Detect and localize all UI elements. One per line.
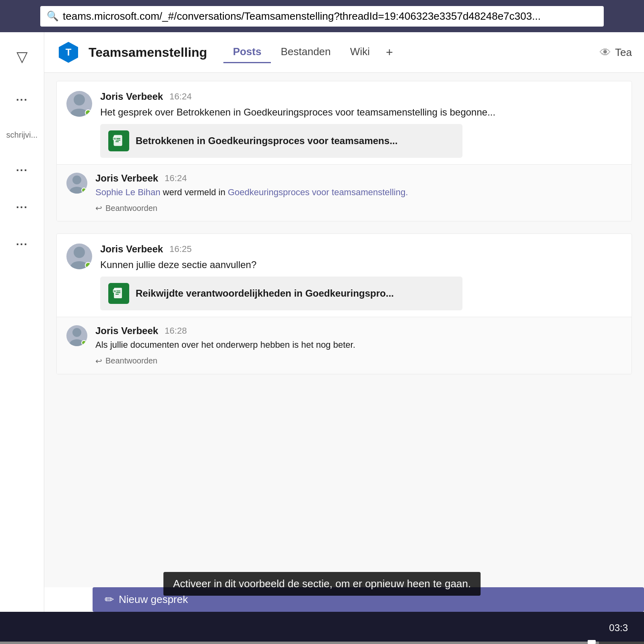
thread-2-main-message: Joris Verbeek 16:25 Kunnen jullie deze s…	[57, 234, 632, 317]
eye-label: Tea	[615, 46, 632, 59]
status-dot-1	[85, 109, 91, 116]
url-text: teams.microsoft.com/_#/conversations/Tea…	[63, 10, 541, 23]
svg-point-13	[74, 247, 85, 258]
header-right: 👁 Tea	[600, 46, 632, 59]
svg-text:W: W	[114, 137, 116, 140]
main-content: T Teamsamenstelling Posts Bestanden Wiki…	[44, 32, 644, 612]
svg-point-11	[72, 175, 81, 184]
thread-1-reply-time: 16:24	[165, 173, 187, 184]
video-progress-bar[interactable]	[0, 642, 644, 644]
sidebar-schrijvi-text: schrijvi...	[6, 130, 38, 140]
thread-2-time: 16:25	[169, 244, 192, 254]
thread-2: Joris Verbeek 16:25 Kunnen jullie deze s…	[56, 233, 632, 374]
svg-point-2	[74, 94, 85, 105]
tab-wiki[interactable]: Wiki	[341, 41, 380, 63]
thread-1-author: Joris Verbeek	[100, 91, 163, 102]
thread-1-attachment-title: Betrokkenen in Goedkeuringsproces voor t…	[136, 135, 398, 147]
thread-1-reply: Joris Verbeek 16:24 Sophie Le Bihan werd…	[57, 165, 632, 221]
browser-url-bar[interactable]: 🔍 teams.microsoft.com/_#/conversations/T…	[40, 6, 604, 27]
mention-sophie[interactable]: Sophie Le Bihan	[95, 187, 160, 197]
sidebar-item-dots-1[interactable]: ···	[12, 89, 32, 110]
thread-2-reply: Joris Verbeek 16:28 Als jullie documente…	[57, 317, 632, 374]
thread-1-attachment[interactable]: W Betrokkenen in Goedkeuringsproces voor…	[100, 124, 462, 158]
reply-label-2: Beantwoorden	[105, 356, 157, 365]
sidebar-dots-1: ···	[16, 93, 28, 106]
video-timestamp: 03:3	[609, 622, 636, 634]
reply-label-1: Beantwoorden	[105, 204, 157, 213]
filter-icon: ▽	[17, 48, 28, 65]
video-progress-fill	[0, 642, 599, 644]
thread-2-header: Joris Verbeek 16:25	[100, 244, 622, 255]
thread-2-content: Joris Verbeek 16:25 Kunnen jullie deze s…	[100, 244, 622, 310]
wiki-icon-1: W	[112, 134, 125, 147]
sidebar-item-schrijvi[interactable]: schrijvi...	[2, 126, 42, 144]
teams-logo-icon: T	[56, 40, 80, 64]
reply-link-1[interactable]: Goedkeuringsproces voor teamsamenstellin…	[228, 187, 408, 197]
video-bottom-bar[interactable]: 03:3	[0, 612, 644, 644]
reply-action-2[interactable]: ↩ Beantwoorden	[95, 356, 622, 366]
svg-text:W: W	[114, 290, 116, 293]
tab-bestanden[interactable]: Bestanden	[271, 41, 340, 63]
thread-2-reply-content: Joris Verbeek 16:28 Als jullie documente…	[95, 325, 622, 366]
status-dot-2	[85, 262, 91, 268]
thread-2-author: Joris Verbeek	[100, 244, 163, 255]
thread-1: Joris Verbeek 16:24 Het gesprek over Bet…	[56, 81, 632, 221]
avatar-joris-reply-1	[66, 173, 87, 194]
thread-1-content: Joris Verbeek 16:24 Het gesprek over Bet…	[100, 91, 622, 158]
sidebar: ▽ ··· schrijvi... ··· ··· ···	[0, 32, 44, 612]
new-gesprek-icon: ✏	[105, 593, 114, 606]
teams-header: T Teamsamenstelling Posts Bestanden Wiki…	[44, 32, 644, 73]
sidebar-dots-3: ···	[16, 201, 28, 214]
thread-1-main-message: Joris Verbeek 16:24 Het gesprek over Bet…	[57, 81, 632, 165]
search-icon: 🔍	[47, 10, 59, 22]
video-progress-thumb[interactable]	[588, 640, 596, 644]
thread-1-reply-text: Sophie Le Bihan werd vermeld in Goedkeur…	[95, 186, 622, 199]
thread-2-text: Kunnen jullie deze sectie aanvullen?	[100, 258, 622, 272]
svg-point-21	[72, 328, 81, 337]
subtitle-text: Activeer in dit voorbeeld de sectie, om …	[173, 578, 471, 590]
sidebar-dots-4: ···	[16, 238, 28, 251]
avatar-joris-2	[66, 244, 92, 269]
reply-action-1[interactable]: ↩ Beantwoorden	[95, 203, 622, 213]
thread-1-reply-header: Joris Verbeek 16:24	[95, 173, 622, 184]
thread-1-time: 16:24	[169, 91, 192, 102]
team-name: Teamsamenstelling	[89, 45, 207, 60]
thread-1-text: Het gesprek over Betrokkenen in Goedkeur…	[100, 105, 622, 119]
thread-1-reply-author: Joris Verbeek	[95, 173, 158, 184]
thread-1-header: Joris Verbeek 16:24	[100, 91, 622, 102]
sidebar-item-dots-2[interactable]: ···	[12, 160, 32, 181]
mention-verb-text: werd vermeld in	[163, 187, 225, 197]
nav-tabs: Posts Bestanden Wiki +	[223, 41, 400, 63]
tab-posts[interactable]: Posts	[223, 41, 271, 63]
status-dot-reply-2	[81, 340, 87, 345]
avatar-joris-1	[66, 91, 92, 117]
avatar-joris-reply-2	[66, 325, 87, 346]
thread-2-attachment[interactable]: W Reikwijdte verantwoordelijkheden in Go…	[100, 277, 462, 310]
thread-2-reply-author: Joris Verbeek	[95, 325, 158, 336]
conversations-area[interactable]: Joris Verbeek 16:24 Het gesprek over Bet…	[44, 73, 644, 587]
status-dot-reply-1	[81, 188, 87, 193]
attachment-icon-2: W	[108, 283, 129, 304]
thread-2-reply-header: Joris Verbeek 16:28	[95, 325, 622, 336]
thread-2-attachment-title: Reikwijdte verantwoordelijkheden in Goed…	[136, 288, 394, 299]
tab-add-button[interactable]: +	[380, 41, 400, 63]
wiki-icon-2: W	[112, 287, 125, 300]
eye-icon: 👁	[600, 46, 611, 59]
app-container: ▽ ··· schrijvi... ··· ··· ··· T Teamsame…	[0, 32, 644, 612]
sidebar-item-dots-4[interactable]: ···	[12, 234, 32, 255]
browser-chrome: 🔍 teams.microsoft.com/_#/conversations/T…	[0, 0, 644, 32]
sidebar-item-dots-3[interactable]: ···	[12, 197, 32, 218]
sidebar-dots-2: ···	[16, 164, 28, 177]
reply-arrow-icon-1: ↩	[95, 203, 102, 213]
reply-arrow-icon-2: ↩	[95, 356, 102, 366]
thread-2-reply-time: 16:28	[165, 326, 187, 336]
thread-2-reply-text: Als jullie documenten over het onderwerp…	[95, 339, 622, 351]
subtitle-overlay: Activeer in dit voorbeeld de sectie, om …	[163, 572, 481, 596]
filter-button[interactable]: ▽	[17, 40, 28, 73]
svg-text:T: T	[66, 47, 72, 58]
thread-1-reply-content: Joris Verbeek 16:24 Sophie Le Bihan werd…	[95, 173, 622, 213]
attachment-icon-1: W	[108, 130, 129, 151]
